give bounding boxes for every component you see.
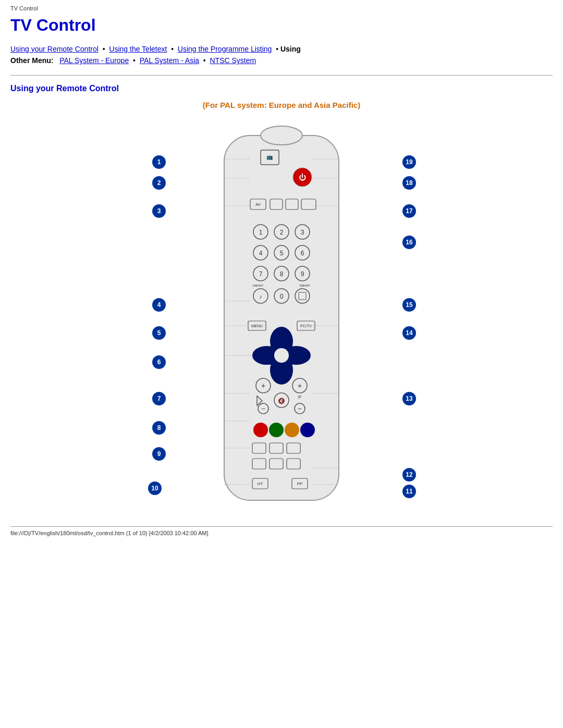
svg-text:6: 6 xyxy=(301,250,304,257)
nav-link-teletext[interactable]: Using the Teletext xyxy=(109,45,167,53)
section1-title: Using your Remote Control xyxy=(10,84,553,93)
label-13: 13 xyxy=(402,392,416,405)
svg-text:–: – xyxy=(298,405,302,412)
svg-text:9: 9 xyxy=(301,270,304,278)
nav-links: Using your Remote Control • Using the Te… xyxy=(10,43,553,67)
svg-text:8: 8 xyxy=(280,270,284,278)
svg-text:♪: ♪ xyxy=(259,293,262,300)
svg-point-72 xyxy=(269,423,284,437)
label-3: 3 xyxy=(152,204,166,218)
svg-point-53 xyxy=(274,348,289,363)
label-11: 11 xyxy=(402,485,416,498)
svg-text:SMART: SMART xyxy=(300,284,311,287)
svg-point-74 xyxy=(300,423,315,437)
svg-text:PC/TV: PC/TV xyxy=(300,324,312,328)
nav-link-pal-europe[interactable]: PAL System - Europe xyxy=(59,56,129,65)
divider xyxy=(10,75,553,76)
nav-bold-using: Using xyxy=(280,45,301,53)
svg-text:SMART: SMART xyxy=(253,284,264,287)
svg-text:2: 2 xyxy=(280,229,284,236)
label-17: 17 xyxy=(402,204,416,218)
remote-area: 1 2 3 4 5 6 7 8 9 10 19 xyxy=(10,120,553,516)
svg-text:1: 1 xyxy=(259,229,263,236)
nav-link-ntsc[interactable]: NTSC System xyxy=(210,56,256,65)
svg-text:⏻: ⏻ xyxy=(299,173,306,181)
svg-text:–: – xyxy=(262,405,265,412)
footer-text: file:///D|/TV/english/180mt/osd/tv_contr… xyxy=(10,530,209,536)
svg-text:📺: 📺 xyxy=(266,154,273,161)
label-12: 12 xyxy=(402,468,416,482)
label-6: 6 xyxy=(152,355,166,369)
remote-container: 1 2 3 4 5 6 7 8 9 10 19 xyxy=(136,120,427,516)
label-5: 5 xyxy=(152,326,166,340)
svg-text:+: + xyxy=(298,381,302,390)
label-2: 2 xyxy=(152,176,166,190)
page-title: TV Control xyxy=(10,16,553,35)
svg-point-71 xyxy=(253,423,268,437)
label-8: 8 xyxy=(152,421,166,435)
svg-text:🔇: 🔇 xyxy=(278,397,285,404)
label-10: 10 xyxy=(148,482,162,495)
label-19: 19 xyxy=(402,155,416,169)
svg-text:AV: AV xyxy=(255,202,261,207)
label-1: 1 xyxy=(152,155,166,169)
svg-text:PP: PP xyxy=(297,482,303,486)
label-14: 14 xyxy=(402,326,416,340)
svg-rect-0 xyxy=(224,135,339,500)
subsection-title: (For PAL system: Europe and Asia Pacific… xyxy=(10,101,553,109)
svg-text:4: 4 xyxy=(259,250,263,257)
footer-bar: file:///D|/TV/english/180mt/osd/tv_contr… xyxy=(10,526,553,536)
label-7: 7 xyxy=(152,392,166,405)
label-9: 9 xyxy=(152,447,166,461)
svg-text:P: P xyxy=(298,394,301,400)
nav-link-programme[interactable]: Using the Programme Listing xyxy=(178,45,272,53)
svg-text:HT: HT xyxy=(258,482,263,486)
svg-text:3: 3 xyxy=(301,229,304,236)
label-4: 4 xyxy=(152,298,166,312)
nav-bold-othermenu: Other Menu: xyxy=(10,56,53,65)
svg-text:7: 7 xyxy=(259,270,263,278)
remote-svg: 📺 ⏻ AV 1 2 3 xyxy=(188,120,375,505)
svg-text:5: 5 xyxy=(280,250,284,257)
nav-link-remote[interactable]: Using your Remote Control xyxy=(10,45,99,53)
svg-point-1 xyxy=(261,126,302,145)
breadcrumb: TV Control xyxy=(10,5,553,11)
svg-text:MENU: MENU xyxy=(251,324,263,328)
label-18: 18 xyxy=(402,176,416,190)
svg-point-73 xyxy=(285,423,299,437)
label-16: 16 xyxy=(402,236,416,249)
nav-link-pal-asia[interactable]: PAL System - Asia xyxy=(140,56,199,65)
svg-text:+: + xyxy=(261,381,265,390)
svg-text:0: 0 xyxy=(280,293,284,300)
label-15: 15 xyxy=(402,298,416,312)
